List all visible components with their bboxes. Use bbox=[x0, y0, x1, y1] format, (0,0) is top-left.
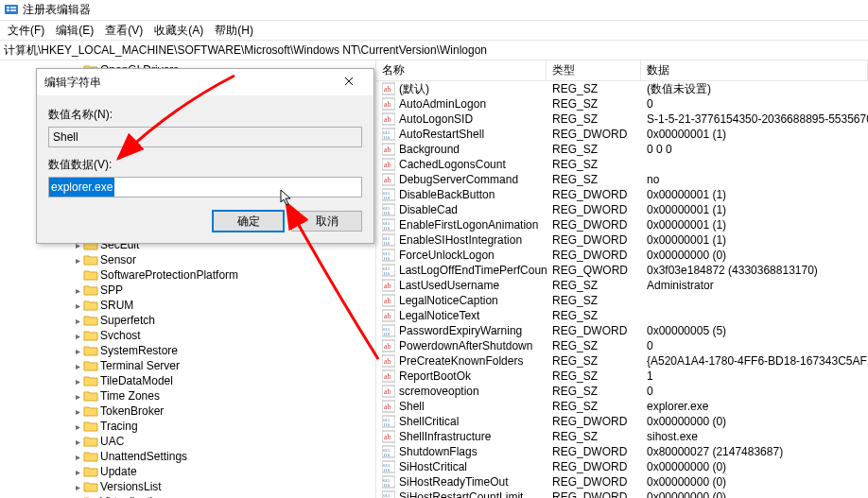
expander-icon[interactable]: ▸ bbox=[72, 255, 83, 266]
expander-icon[interactable]: ▸ bbox=[72, 406, 83, 417]
tree-item[interactable]: ▸TileDataModel bbox=[0, 373, 375, 388]
cell-type: REG_DWORD bbox=[547, 218, 641, 232]
list-row[interactable]: 011110EnableFirstLogonAnimationREG_DWORD… bbox=[376, 217, 868, 232]
string-value-icon: ab bbox=[382, 143, 395, 156]
list-row[interactable]: abShellREG_SZexplorer.exe bbox=[376, 399, 868, 414]
ok-button[interactable]: 确定 bbox=[213, 211, 284, 232]
menu-edit[interactable]: 编辑(E) bbox=[52, 21, 97, 41]
menu-bar: 文件(F) 编辑(E) 查看(V) 收藏夹(A) 帮助(H) bbox=[0, 21, 868, 40]
tree-item[interactable]: ▸Tracing bbox=[0, 419, 375, 434]
expander-icon[interactable]: ▸ bbox=[72, 421, 83, 432]
tree-item[interactable]: ▸VersionsList bbox=[0, 479, 375, 494]
list-row[interactable]: abBackgroundREG_SZ0 0 0 bbox=[376, 142, 868, 157]
list-row[interactable]: abPreCreateKnownFoldersREG_SZ{A520A1A4-1… bbox=[376, 353, 868, 369]
value-data-input-wrapper[interactable]: explorer.exe bbox=[48, 177, 362, 197]
menu-help[interactable]: 帮助(H) bbox=[211, 21, 257, 41]
list-row[interactable]: abShellInfrastructureREG_SZsihost.exe bbox=[376, 429, 868, 444]
column-header-data[interactable]: 数据 bbox=[641, 60, 868, 80]
expander-icon[interactable]: ▸ bbox=[72, 452, 83, 462]
expander-icon[interactable]: ▸ bbox=[72, 316, 83, 326]
cell-type: REG_SZ bbox=[547, 97, 641, 111]
tree-item[interactable]: ▸Virtualization bbox=[0, 494, 375, 498]
folder-icon bbox=[83, 253, 98, 266]
address-bar[interactable]: 计算机\HKEY_LOCAL_MACHINE\SOFTWARE\Microsof… bbox=[0, 40, 868, 60]
column-header-type[interactable]: 类型 bbox=[547, 60, 641, 80]
tree-item[interactable]: ▸SPP bbox=[0, 283, 375, 298]
value-name: AutoLogonSID bbox=[399, 112, 473, 126]
list-row[interactable]: 011110SiHostCriticalREG_DWORD0x00000000 … bbox=[376, 459, 868, 474]
list-row[interactable]: 011110SiHostRestartCountLimitREG_DWORD0x… bbox=[376, 489, 868, 498]
cancel-button[interactable]: 取消 bbox=[291, 211, 362, 232]
cell-type: REG_SZ bbox=[547, 369, 641, 383]
expander-icon[interactable]: ▸ bbox=[72, 482, 83, 492]
string-value-icon: ab bbox=[382, 309, 395, 322]
menu-view[interactable]: 查看(V) bbox=[101, 21, 147, 41]
dialog-close-button[interactable] bbox=[330, 72, 368, 93]
value-name: Shell bbox=[399, 400, 425, 413]
tree-item[interactable]: SoftwareProtectionPlatform bbox=[0, 267, 375, 283]
list-row[interactable]: 011110AutoRestartShellREG_DWORD0x0000000… bbox=[376, 127, 868, 142]
tree-item[interactable]: ▸UAC bbox=[0, 434, 375, 449]
list-row[interactable]: abAutoLogonSIDREG_SZS-1-5-21-3776154350-… bbox=[376, 112, 868, 127]
tree-item[interactable]: ▸Time Zones bbox=[0, 388, 375, 404]
tree-item[interactable]: ▸Update bbox=[0, 464, 375, 479]
list-row[interactable]: abReportBootOkREG_SZ1 bbox=[376, 369, 868, 384]
dialog-body: 数值名称(N): 数值数据(V): explorer.exe 确定 取消 bbox=[37, 95, 373, 243]
expander-icon[interactable]: ▸ bbox=[72, 331, 83, 341]
expander-icon[interactable]: ▸ bbox=[72, 361, 83, 371]
tree-item[interactable]: ▸Sensor bbox=[0, 252, 375, 267]
list-row[interactable]: 011110PasswordExpiryWarningREG_DWORD0x00… bbox=[376, 323, 868, 338]
list-row[interactable]: 011110SiHostReadyTimeOutREG_DWORD0x00000… bbox=[376, 474, 868, 489]
tree-item[interactable]: ▸Terminal Server bbox=[0, 358, 375, 373]
list-row[interactable]: abPowerdownAfterShutdownREG_SZ0 bbox=[376, 338, 868, 353]
expander-icon[interactable]: ▸ bbox=[72, 376, 83, 386]
tree-item[interactable]: ▸UnattendSettings bbox=[0, 449, 375, 464]
list-row[interactable]: 011110ShutdownFlagsREG_DWORD0x80000027 (… bbox=[376, 444, 868, 459]
tree-item[interactable]: ▸TokenBroker bbox=[0, 404, 375, 419]
cell-name: abDebugServerCommand bbox=[376, 173, 547, 186]
list-row[interactable]: 011110ForceUnlockLogonREG_DWORD0x0000000… bbox=[376, 248, 868, 263]
tree-item[interactable]: ▸SRUM bbox=[0, 298, 375, 313]
folder-icon bbox=[83, 404, 98, 418]
expander-icon[interactable]: ▸ bbox=[72, 391, 83, 402]
list-pane[interactable]: 名称 类型 数据 ab(默认)REG_SZ(数值未设置)abAutoAdminL… bbox=[376, 60, 868, 498]
list-row[interactable]: abLegalNoticeCaptionREG_SZ bbox=[376, 293, 868, 308]
list-row[interactable]: abDebugServerCommandREG_SZno bbox=[376, 172, 868, 187]
menu-file[interactable]: 文件(F) bbox=[4, 21, 48, 41]
svg-text:ab: ab bbox=[384, 357, 391, 366]
expander-icon[interactable]: ▸ bbox=[72, 437, 83, 447]
list-row[interactable]: abLastUsedUsernameREG_SZAdministrator bbox=[376, 278, 868, 293]
list-row[interactable]: 011110ShellCriticalREG_DWORD0x00000000 (… bbox=[376, 414, 868, 429]
tree-item[interactable]: ▸Svchost bbox=[0, 328, 375, 343]
tree-item[interactable]: ▸Superfetch bbox=[0, 313, 375, 328]
tree-item-label: UnattendSettings bbox=[100, 450, 187, 463]
value-name-input[interactable] bbox=[48, 127, 362, 147]
list-row[interactable]: abLegalNoticeTextREG_SZ bbox=[376, 308, 868, 323]
list-row[interactable]: 011110DisableBackButtonREG_DWORD0x000000… bbox=[376, 187, 868, 202]
cell-type: REG_QWORD bbox=[547, 264, 641, 277]
cell-data: 0 0 0 bbox=[641, 143, 868, 156]
cell-name: 011110AutoRestartShell bbox=[376, 128, 547, 141]
cell-name: abCachedLogonsCount bbox=[376, 158, 547, 171]
column-header-name[interactable]: 名称 bbox=[376, 60, 547, 80]
binary-value-icon: 011110 bbox=[382, 249, 395, 262]
cell-type: REG_SZ bbox=[547, 158, 641, 171]
list-row[interactable]: ab(默认)REG_SZ(数值未设置) bbox=[376, 81, 868, 96]
menu-favorites[interactable]: 收藏夹(A) bbox=[150, 21, 207, 41]
list-row[interactable]: abAutoAdminLogonREG_SZ0 bbox=[376, 96, 868, 112]
list-row[interactable]: 011110EnableSIHostIntegrationREG_DWORD0x… bbox=[376, 232, 868, 248]
list-row[interactable]: 011110LastLogOffEndTimePerfCounterREG_QW… bbox=[376, 263, 868, 278]
tree-item-label: UAC bbox=[100, 435, 124, 448]
expander-icon[interactable]: ▸ bbox=[72, 346, 83, 356]
list-row[interactable]: abscremoveoptionREG_SZ0 bbox=[376, 384, 868, 399]
dialog-titlebar[interactable]: 编辑字符串 bbox=[37, 69, 373, 95]
list-row[interactable]: 011110DisableCadREG_DWORD0x00000001 (1) bbox=[376, 202, 868, 217]
tree-item[interactable]: ▸SystemRestore bbox=[0, 343, 375, 358]
expander-icon[interactable]: ▸ bbox=[72, 301, 83, 311]
cell-data: 0 bbox=[641, 97, 868, 111]
folder-icon bbox=[83, 450, 98, 463]
expander-icon[interactable]: ▸ bbox=[72, 285, 83, 296]
list-row[interactable]: abCachedLogonsCountREG_SZ bbox=[376, 157, 868, 172]
expander-icon[interactable]: ▸ bbox=[72, 467, 83, 477]
folder-icon bbox=[83, 465, 98, 478]
